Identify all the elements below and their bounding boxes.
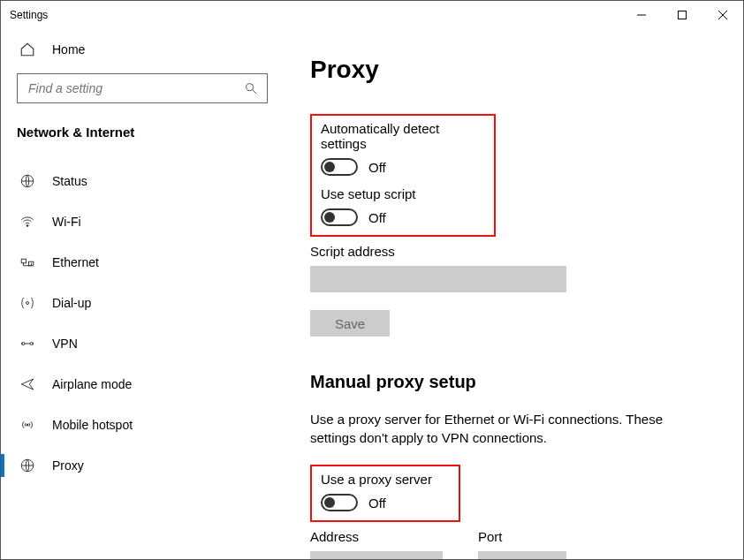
minimize-button[interactable] — [621, 1, 662, 29]
port-input[interactable] — [478, 551, 566, 559]
home-label: Home — [52, 42, 85, 57]
svg-point-4 — [247, 84, 254, 91]
section-title: Network & Internet — [17, 125, 268, 140]
sidebar-item-label: Wi-Fi — [52, 215, 81, 229]
sidebar-item-label: Status — [52, 174, 87, 188]
page-title: Proxy — [310, 56, 717, 84]
use-proxy-state: Off — [368, 496, 386, 511]
sidebar-item-label: VPN — [52, 337, 78, 351]
auto-proxy-highlight: Automatically detect settings Off Use se… — [310, 114, 496, 237]
port-label: Port — [478, 529, 566, 544]
dialup-icon — [19, 295, 36, 311]
sidebar-item-ethernet[interactable]: Ethernet — [17, 242, 268, 283]
sidebar-item-proxy[interactable]: Proxy — [17, 445, 268, 486]
use-proxy-toggle[interactable] — [321, 494, 358, 511]
close-button[interactable] — [702, 1, 743, 29]
vpn-icon — [19, 336, 36, 352]
sidebar-item-dialup[interactable]: Dial-up — [17, 283, 268, 323]
sidebar-item-label: Proxy — [52, 458, 84, 473]
home-link[interactable]: Home — [17, 29, 268, 70]
auto-detect-state: Off — [368, 160, 386, 175]
titlebar: Settings — [1, 1, 743, 29]
search-icon — [244, 81, 258, 95]
auto-detect-toggle[interactable] — [321, 158, 358, 176]
content-pane: Proxy Automatically detect settings Off … — [284, 29, 743, 559]
sidebar: Home Network & Internet Status — [1, 29, 284, 559]
ethernet-icon — [19, 254, 36, 270]
address-label: Address — [310, 529, 443, 544]
manual-setup-desc: Use a proxy server for Ethernet or Wi-Fi… — [310, 410, 690, 447]
svg-rect-1 — [679, 11, 687, 19]
auto-detect-label: Automatically detect settings — [321, 121, 485, 151]
script-address-label: Script address — [310, 244, 717, 259]
setup-script-label: Use setup script — [321, 186, 485, 201]
settings-window: Settings Home — [0, 0, 744, 560]
svg-point-13 — [27, 424, 28, 426]
airplane-icon — [19, 376, 36, 392]
svg-line-5 — [253, 90, 256, 94]
status-icon — [19, 173, 36, 189]
save-button-label: Save — [335, 316, 365, 331]
use-proxy-highlight: Use a proxy server Off — [310, 465, 460, 522]
window-title: Settings — [10, 9, 48, 21]
search-input[interactable] — [27, 80, 244, 96]
maximize-button[interactable] — [662, 1, 702, 29]
sidebar-item-status[interactable]: Status — [17, 161, 268, 201]
sidebar-item-label: Airplane mode — [52, 377, 132, 391]
setup-script-toggle[interactable] — [321, 208, 358, 226]
svg-point-12 — [30, 343, 33, 345]
wifi-icon — [19, 214, 36, 230]
svg-point-7 — [27, 225, 28, 227]
setup-script-state: Off — [368, 210, 386, 225]
sidebar-item-label: Mobile hotspot — [52, 418, 133, 432]
save-button[interactable]: Save — [310, 310, 390, 337]
search-box[interactable] — [17, 73, 268, 103]
svg-rect-8 — [21, 259, 26, 263]
hotspot-icon — [19, 417, 36, 433]
script-address-input[interactable] — [310, 266, 566, 292]
sidebar-item-vpn[interactable]: VPN — [17, 323, 268, 364]
use-proxy-label: Use a proxy server — [321, 472, 450, 487]
sidebar-item-label: Dial-up — [52, 296, 91, 310]
sidebar-item-airplane[interactable]: Airplane mode — [17, 364, 268, 405]
window-controls — [621, 1, 743, 29]
address-input[interactable] — [310, 551, 443, 559]
svg-point-11 — [22, 343, 25, 345]
svg-point-10 — [27, 302, 29, 305]
manual-setup-title: Manual proxy setup — [310, 372, 717, 392]
home-icon — [19, 42, 36, 57]
proxy-icon — [19, 458, 36, 473]
sidebar-item-hotspot[interactable]: Mobile hotspot — [17, 405, 268, 445]
sidebar-item-wifi[interactable]: Wi-Fi — [17, 201, 268, 242]
sidebar-item-label: Ethernet — [52, 255, 99, 269]
